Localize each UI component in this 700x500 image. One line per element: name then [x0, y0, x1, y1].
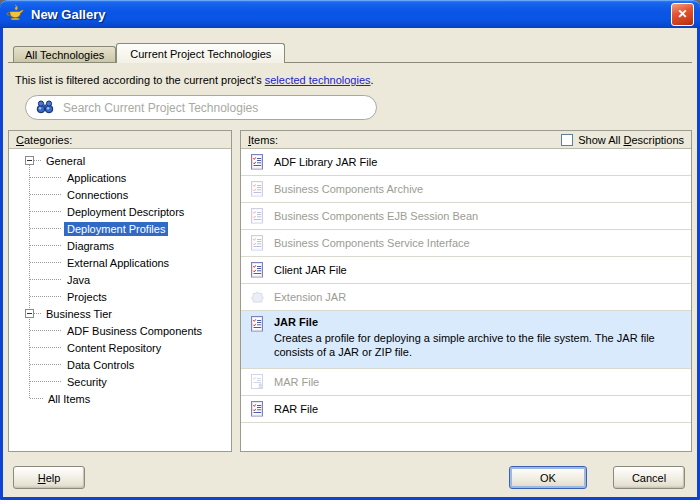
item-text: Business Components Service Interface	[274, 237, 470, 249]
item-row-client-jar-file[interactable]: Client JAR File	[241, 257, 691, 284]
binoculars-search-icon	[36, 100, 54, 116]
tree-guide-line	[30, 279, 61, 280]
tree-item-deployment-descriptors[interactable]: Deployment Descriptors	[9, 203, 231, 220]
gallery-lamp-icon	[6, 4, 25, 24]
tab-current-project-technologies[interactable]: Current Project Technologies	[116, 43, 285, 63]
item-name: Client JAR File	[274, 264, 347, 276]
item-text: Extension JAR	[274, 291, 346, 303]
tree-item-label: All Items	[45, 392, 93, 406]
item-name: Business Components Service Interface	[274, 237, 470, 249]
search-placeholder: Search Current Project Technologies	[63, 101, 258, 115]
tree-item-business-tier[interactable]: Business Tier	[9, 305, 231, 322]
items-list: ADF Library JAR FileBusiness Components …	[241, 149, 691, 451]
item-text: Client JAR File	[274, 264, 347, 276]
categories-label: Categories:	[16, 134, 72, 146]
item-text: RAR File	[274, 403, 318, 415]
filter-note: This list is filtered according to the c…	[15, 74, 374, 86]
tree-item-label: Applications	[64, 171, 129, 185]
deployment-profile-icon	[249, 262, 265, 278]
filter-note-prefix: This list is filtered according to the c…	[15, 74, 265, 86]
tree-item-adf-business-components[interactable]: ADF Business Components	[9, 322, 231, 339]
item-row-business-components-service-interface[interactable]: Business Components Service Interface	[241, 230, 691, 257]
items-label: Items:	[248, 134, 278, 146]
tree-item-label: ADF Business Components	[64, 324, 205, 338]
close-icon[interactable]: ✕	[671, 3, 694, 26]
tree-guide-line	[34, 313, 41, 314]
categories-panel: Categories: GeneralApplicationsConnectio…	[8, 130, 232, 452]
item-row-business-components-ejb-session-bean[interactable]: Business Components EJB Session Bean	[241, 203, 691, 230]
tree-guide-line	[30, 330, 61, 331]
tree-item-content-repository[interactable]: Content Repository	[9, 339, 231, 356]
deployment-profile-icon	[249, 235, 265, 251]
help-button[interactable]: Help	[13, 466, 85, 489]
tree-item-java[interactable]: Java	[9, 271, 231, 288]
tree-guide-line	[30, 364, 61, 365]
window-title: New Gallery	[31, 7, 105, 22]
tree-item-label: Deployment Descriptors	[64, 205, 187, 219]
tree-item-label: Connections	[64, 188, 131, 202]
item-name: Business Components Archive	[274, 183, 423, 195]
tree-item-projects[interactable]: Projects	[9, 288, 231, 305]
categories-tree: GeneralApplicationsConnectionsDeployment…	[9, 149, 231, 454]
item-text: ADF Library JAR File	[274, 156, 377, 168]
tree-guide-line	[30, 262, 61, 263]
tree-item-connections[interactable]: Connections	[9, 186, 231, 203]
mar-deployment-icon	[249, 374, 265, 390]
show-all-descriptions-control[interactable]: Show All Descriptions	[561, 134, 684, 146]
selected-technologies-link[interactable]: selected technologies	[265, 74, 371, 86]
item-text: JAR FileCreates a profile for deploying …	[274, 316, 691, 359]
show-all-descriptions-checkbox[interactable]	[561, 134, 573, 146]
search-input[interactable]: Search Current Project Technologies	[25, 95, 377, 120]
tree-item-data-controls[interactable]: Data Controls	[9, 356, 231, 373]
item-text: Business Components EJB Session Bean	[274, 210, 478, 222]
item-name: JAR File	[274, 316, 691, 328]
item-row-business-components-archive[interactable]: Business Components Archive	[241, 176, 691, 203]
deployment-profile-icon	[249, 401, 265, 417]
tab-bar: All Technologies Current Project Technol…	[13, 42, 285, 62]
tab-strip-divider	[8, 62, 692, 63]
item-row-rar-file[interactable]: RAR File	[241, 396, 691, 423]
item-description: Creates a profile for deploying a simple…	[274, 331, 691, 359]
items-header: Items: Show All Descriptions	[241, 131, 691, 149]
dialog-content: All Technologies Current Project Technol…	[3, 28, 697, 497]
tree-item-label: Security	[64, 375, 110, 389]
tree-item-diagrams[interactable]: Diagrams	[9, 237, 231, 254]
tab-all-technologies[interactable]: All Technologies	[13, 46, 116, 62]
item-name: MAR File	[274, 376, 319, 388]
item-row-jar-file[interactable]: JAR FileCreates a profile for deploying …	[241, 311, 691, 369]
item-row-mar-file[interactable]: MAR File	[241, 369, 691, 396]
item-text: MAR File	[274, 376, 319, 388]
tree-item-applications[interactable]: Applications	[9, 169, 231, 186]
tree-item-label: Content Repository	[64, 341, 164, 355]
titlebar[interactable]: New Gallery ✕	[0, 0, 700, 28]
item-text: Business Components Archive	[274, 183, 423, 195]
deployment-profile-icon	[249, 154, 265, 170]
tree-guide-line	[30, 228, 61, 229]
item-name: Business Components EJB Session Bean	[274, 210, 478, 222]
tree-item-label: Data Controls	[64, 358, 137, 372]
tree-item-general[interactable]: General	[9, 152, 231, 169]
new-gallery-dialog: New Gallery ✕ All Technologies Current P…	[0, 0, 700, 500]
item-row-extension-jar[interactable]: Extension JAR	[241, 284, 691, 311]
tree-item-deployment-profiles[interactable]: Deployment Profiles	[9, 220, 231, 237]
tree-item-label: Java	[64, 273, 93, 287]
item-name: RAR File	[274, 403, 318, 415]
tree-item-label: Diagrams	[64, 239, 117, 253]
tree-guide-line	[30, 381, 61, 382]
tree-item-security[interactable]: Security	[9, 373, 231, 390]
tree-guide-line	[30, 296, 61, 297]
filter-note-suffix: .	[371, 74, 374, 86]
collapse-icon[interactable]	[25, 309, 34, 318]
item-row-adf-library-jar-file[interactable]: ADF Library JAR File	[241, 149, 691, 176]
tree-item-external-applications[interactable]: External Applications	[9, 254, 231, 271]
ok-button[interactable]: OK	[509, 466, 587, 489]
tree-item-label: Business Tier	[43, 307, 115, 321]
deployment-profile-icon	[249, 316, 265, 332]
cancel-button[interactable]: Cancel	[613, 466, 685, 489]
categories-header: Categories:	[9, 131, 231, 149]
tree-item-all-items[interactable]: All Items	[9, 390, 231, 407]
tree-item-label: General	[43, 154, 88, 168]
item-name: Extension JAR	[274, 291, 346, 303]
tree-guide-line	[30, 211, 61, 212]
collapse-icon[interactable]	[25, 156, 34, 165]
